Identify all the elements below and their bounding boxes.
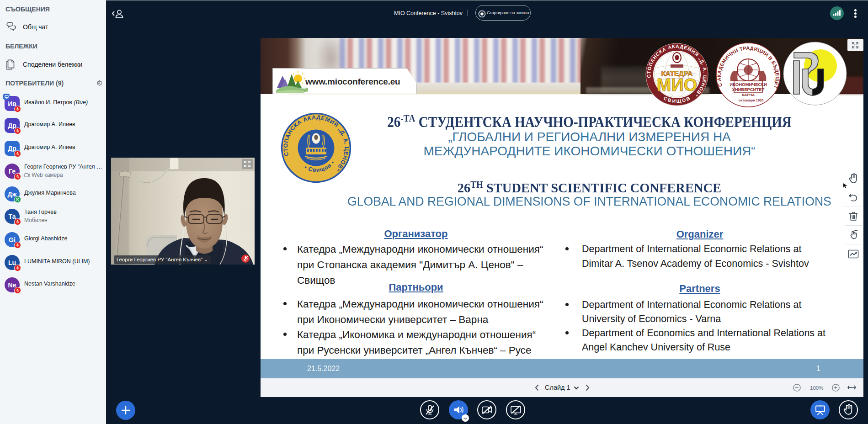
svg-text:УНИВЕРСИТЕТ: УНИВЕРСИТЕТ <box>732 87 765 92</box>
svg-text:ВАРНА: ВАРНА <box>742 93 755 97</box>
svg-text:октомври 1920: октомври 1920 <box>739 98 764 102</box>
svg-text:МИО: МИО <box>657 75 698 95</box>
svg-text:ИКОНОМИЧЕСКИ: ИКОНОМИЧЕСКИ <box>730 82 767 87</box>
